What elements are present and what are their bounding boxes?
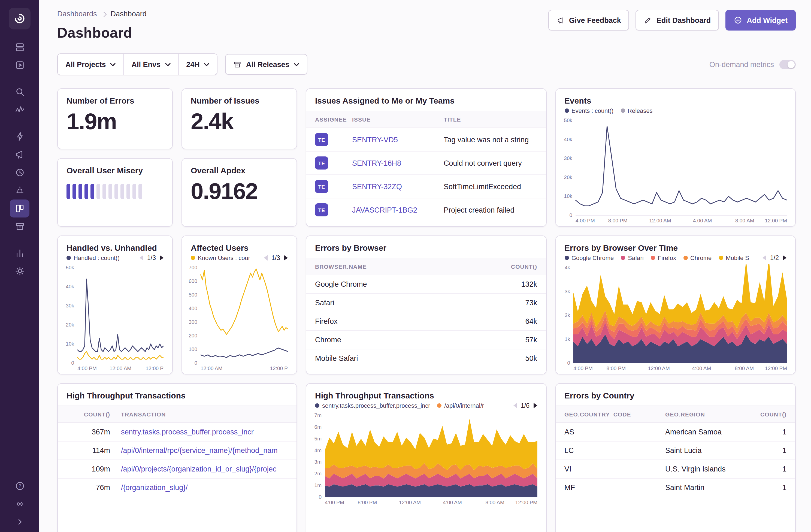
table-row: TE SENTRY-16H8 Could not convert query	[306, 151, 546, 174]
affected-users-chart[interactable]: 010020030040050060070012:00 AM12:00 P	[184, 264, 292, 372]
prev-page-icon[interactable]	[139, 255, 143, 261]
issue-link[interactable]: SENTRY-16H8	[352, 159, 444, 167]
sidebar-item-crons[interactable]	[10, 182, 29, 199]
throughput-chart[interactable]: 01m2m3m4m5m6m7m4:00 PM8:00 PM12:00 AM4:0…	[308, 412, 541, 506]
next-page-icon[interactable]	[160, 255, 164, 261]
legend-pager: 1/3	[264, 255, 288, 261]
sidebar-item-replays[interactable]	[10, 164, 29, 182]
assigned-table-body: TE SENTRY-VD5 Tag value was not a string…	[306, 128, 546, 221]
svg-text:4:00 PM: 4:00 PM	[573, 365, 593, 371]
svg-text:10k: 10k	[564, 193, 572, 199]
issue-link[interactable]: SENTRY-VD5	[352, 135, 444, 143]
dashboard-grid: Number of Errors 1.9m Number of Issues 2…	[57, 88, 796, 532]
legend-pager: 1/3	[139, 255, 164, 261]
browsers-over-time-chart[interactable]: 01k2k3k4k4:00 PM8:00 PM12:00 AM4:00 AM8:…	[558, 264, 791, 372]
edit-dashboard-button[interactable]: Edit Dashboard	[636, 10, 719, 31]
legend-item: Mobile S	[719, 255, 749, 261]
lightning-icon	[14, 131, 25, 142]
widget-title: Handled vs. Unhandled	[66, 243, 164, 253]
filter-releases[interactable]: All Releases	[225, 54, 307, 75]
prev-page-icon[interactable]	[513, 403, 517, 408]
big-number-value: 1.9m	[66, 109, 164, 134]
sidebar-item-issues[interactable]	[10, 38, 29, 56]
legend-pager: 1/6	[513, 402, 537, 409]
country-count: 1	[748, 428, 786, 436]
svg-text:4:00 PM: 4:00 PM	[325, 500, 344, 505]
chevron-right-icon	[14, 517, 25, 527]
next-page-icon[interactable]	[284, 255, 288, 261]
transaction-link[interactable]: sentry.tasks.process_buffer.process_incr	[121, 428, 288, 436]
sidebar-item-feedback[interactable]	[10, 146, 29, 164]
issue-link[interactable]: JAVASCRIPT-1BG2	[352, 206, 444, 214]
widget-number-of-issues: Number of Issues 2.4k	[182, 88, 297, 149]
megaphone-icon	[14, 149, 25, 160]
legend-item: Releases	[621, 107, 653, 114]
transaction-link[interactable]: /api/0/projects/{organization_id_or_slug…	[121, 465, 288, 473]
sidebar-item-projects[interactable]	[10, 56, 29, 74]
breadcrumb-dashboards[interactable]: Dashboards	[57, 10, 97, 18]
svg-text:300: 300	[188, 319, 197, 325]
sidebar-item-dashboards[interactable]	[10, 199, 29, 217]
svg-text:3k: 3k	[564, 289, 570, 294]
give-feedback-button[interactable]: Give Feedback	[548, 10, 629, 31]
svg-text:30k: 30k	[66, 303, 74, 308]
svg-text:400: 400	[188, 305, 197, 311]
svg-text:4k: 4k	[564, 265, 570, 270]
sidebar-item-search[interactable]	[10, 83, 29, 101]
browser-count: 64k	[499, 317, 537, 325]
sidebar-collapse[interactable]	[10, 513, 29, 531]
legend-item: Known Users : cour	[191, 255, 250, 261]
filter-environments[interactable]: All Envs	[124, 54, 179, 75]
sentry-logo[interactable]	[9, 7, 31, 29]
sidebar-item-stats[interactable]	[10, 244, 29, 262]
sidebar-item-discover[interactable]	[10, 127, 29, 146]
svg-text:12:00 P: 12:00 P	[270, 365, 288, 371]
sidebar-item-help[interactable]: ?	[10, 477, 29, 495]
events-chart[interactable]: 010k20k30k40k50k4:00 PM8:00 PM12:00 AM4:…	[558, 117, 791, 224]
table-row: Safari 73k	[306, 293, 546, 312]
bar-chart-icon	[14, 248, 25, 258]
legend-item: Safari	[621, 255, 644, 261]
search-icon	[14, 87, 25, 97]
sidebar-item-releases[interactable]	[10, 217, 29, 235]
issue-link[interactable]: SENTRY-32ZQ	[352, 182, 444, 191]
svg-text:4m: 4m	[315, 447, 322, 453]
on-demand-toggle[interactable]	[779, 60, 796, 69]
browser-count: 132k	[499, 280, 537, 288]
sidebar-nav	[0, 38, 39, 280]
transaction-link[interactable]: /api/0/internal/rpc/{service_name}/{meth…	[121, 446, 288, 455]
country-count: 1	[748, 484, 786, 492]
svg-text:8:00 PM: 8:00 PM	[358, 500, 377, 505]
prev-page-icon[interactable]	[763, 255, 766, 261]
big-number-value: 0.9162	[191, 179, 288, 203]
avatar: TE	[315, 156, 328, 169]
breadcrumb-separator-icon	[101, 12, 107, 17]
browser-name: Chrome	[315, 336, 499, 344]
sidebar-item-traces[interactable]	[10, 101, 29, 119]
filter-projects[interactable]: All Projects	[58, 54, 124, 75]
next-page-icon[interactable]	[533, 403, 537, 408]
add-widget-button[interactable]: Add Widget	[725, 10, 796, 31]
svg-text:6m: 6m	[315, 424, 322, 430]
avatar: TE	[315, 180, 328, 193]
prev-page-icon[interactable]	[264, 255, 267, 261]
svg-text:12:00 AM: 12:00 AM	[647, 365, 669, 371]
filter-date-range[interactable]: 24H	[179, 54, 217, 75]
svg-text:0: 0	[71, 360, 74, 366]
country-code: MF	[564, 484, 665, 492]
table-header: GEO.COUNTRY_CODE GEO.REGION COUNT()	[556, 406, 795, 423]
svg-text:700: 700	[188, 265, 197, 270]
transactions-table-body: 367m sentry.tasks.process_buffer.process…	[58, 423, 296, 497]
sidebar-item-settings[interactable]	[10, 262, 29, 280]
next-page-icon[interactable]	[783, 255, 786, 261]
country-code: LC	[564, 446, 665, 455]
widget-handled-vs-unhandled: Handled vs. Unhandled Handled : count() …	[57, 235, 173, 375]
country-region: Saint Lucia	[665, 446, 748, 455]
transaction-link[interactable]: /{organization_slug}/	[121, 484, 288, 492]
handled-chart[interactable]: 010k20k30k40k50k4:00 PM12:00 AM12:00 P	[60, 264, 168, 372]
chevron-down-icon	[110, 62, 116, 66]
sidebar-item-whats-new[interactable]	[10, 495, 29, 513]
svg-text:4:00 PM: 4:00 PM	[77, 365, 97, 371]
breadcrumb-current: Dashboard	[111, 10, 147, 18]
widget-title: Errors by Browser Over Time	[564, 243, 786, 253]
